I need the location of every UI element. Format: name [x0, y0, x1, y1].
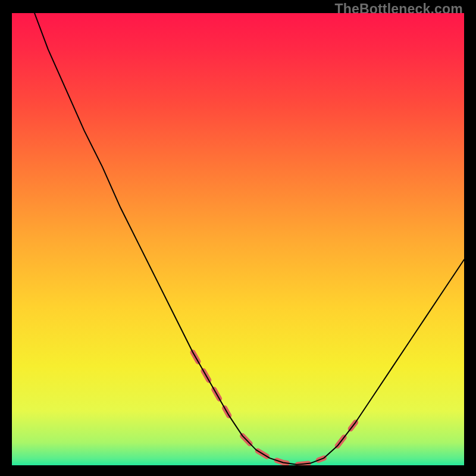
plot-area	[12, 13, 464, 465]
chart-container: TheBottleneck.com	[0, 0, 476, 476]
gradient-background	[12, 13, 464, 465]
chart-svg	[12, 13, 464, 465]
